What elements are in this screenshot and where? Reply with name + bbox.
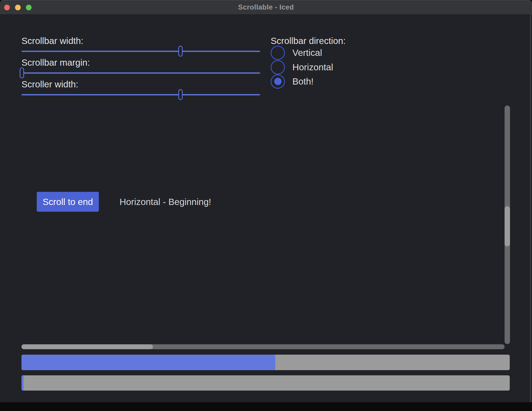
radio-circle-icon[interactable] <box>271 74 285 89</box>
titlebar[interactable]: Scrollable - Iced <box>0 0 532 14</box>
progress-fill <box>21 355 275 370</box>
window-right-edge <box>530 14 531 402</box>
traffic-lights <box>4 0 32 14</box>
vertical-scrollbar-thumb[interactable] <box>505 206 510 246</box>
window-bottom-edge <box>0 402 532 411</box>
radio-vertical[interactable]: Vertical <box>271 45 322 60</box>
radio-label[interactable]: Horizontal <box>292 62 333 72</box>
horizontal-scrollbar-thumb[interactable] <box>21 344 153 349</box>
slider-track[interactable] <box>21 51 260 52</box>
scrollbar-width-label: Scrollbar width: <box>21 36 83 46</box>
scroller-width-label: Scroller width: <box>21 79 78 89</box>
horizontal-progress-bar <box>21 355 510 370</box>
slider-track[interactable] <box>21 94 260 95</box>
scroll-to-end-button[interactable]: Scroll to end <box>37 192 99 212</box>
scrollbar-margin-label: Scrollbar margin: <box>21 57 90 68</box>
radio-both[interactable]: Both! <box>271 74 314 89</box>
slider-handle[interactable] <box>20 67 24 78</box>
window-title: Scrollable - Iced <box>238 3 294 11</box>
progress-fill <box>21 375 24 391</box>
radio-horizontal[interactable]: Horizontal <box>271 60 333 74</box>
minimize-button[interactable] <box>15 5 21 10</box>
vertical-progress-bar <box>21 375 510 391</box>
radio-circle-icon[interactable] <box>271 46 285 60</box>
radio-dot-icon <box>274 78 282 85</box>
radio-circle-icon[interactable] <box>271 60 285 74</box>
radio-label[interactable]: Vertical <box>292 48 322 58</box>
scroller-width-slider[interactable] <box>21 89 260 101</box>
scrollbar-direction-label: Scrollbar direction: <box>271 36 346 46</box>
scrollbar-width-slider[interactable] <box>21 45 260 57</box>
slider-handle[interactable] <box>178 46 183 57</box>
radio-label[interactable]: Both! <box>292 76 314 87</box>
horizontal-scrollbar[interactable] <box>21 344 505 349</box>
zoom-button[interactable] <box>26 5 32 10</box>
scroll-status-text: Horizontal - Beginning! <box>120 192 211 212</box>
slider-handle[interactable] <box>178 89 183 100</box>
vertical-scrollbar[interactable] <box>505 105 510 344</box>
close-button[interactable] <box>4 5 10 10</box>
scrollbar-margin-slider[interactable] <box>21 67 260 79</box>
slider-track[interactable] <box>21 72 260 74</box>
app-window: Scrollable - Iced Scrollbar width: Scrol… <box>0 0 532 402</box>
